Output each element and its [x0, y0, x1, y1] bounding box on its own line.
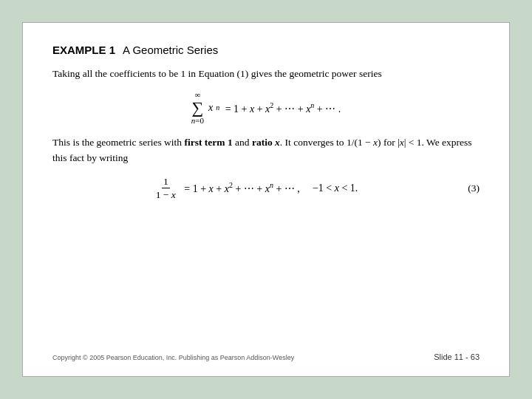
slide-number: Slide 11 - 63 — [434, 352, 480, 361]
fraction-1-over-1minusx: 1 1 − x — [154, 175, 177, 202]
equation-3: 1 1 − x = 1 + x + x2 + ⋯ + xn + ⋯ , −1 <… — [52, 175, 480, 202]
sigma-notation: ∞ ∑ n=0 — [191, 91, 204, 125]
copyright-text: Copyright © 2005 Pearson Education, Inc.… — [52, 354, 294, 361]
example-header: EXAMPLE 1 A Geometric Series — [52, 44, 480, 56]
paragraph-1: Taking all the coefficients to be 1 in E… — [52, 66, 480, 82]
equation-sum: ∞ ∑ n=0 xn = 1 + x + x2 + ⋯ + xn + ⋯ . — [52, 91, 480, 125]
example-title: A Geometric Series — [123, 44, 218, 56]
slide-container: EXAMPLE 1 A Geometric Series Taking all … — [22, 22, 510, 377]
paragraph-2: This is the geometric series with first … — [52, 135, 480, 166]
equation-number: (3) — [457, 183, 480, 194]
slide-footer: Copyright © 2005 Pearson Education, Inc.… — [52, 345, 480, 361]
slide-content: EXAMPLE 1 A Geometric Series Taking all … — [52, 44, 480, 345]
example-label: EXAMPLE 1 — [52, 44, 115, 56]
